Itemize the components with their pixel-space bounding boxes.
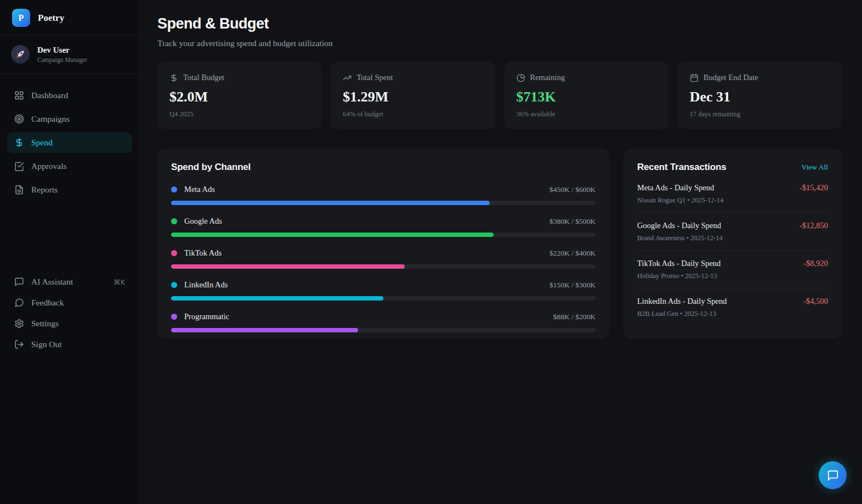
stat-value: $713K — [517, 89, 656, 105]
stat-card-budget-end-date: Budget End Date Dec 31 17 days remaining — [678, 62, 842, 129]
dollar-sign-icon — [169, 73, 178, 82]
channel-row-tiktok-ads: TikTok Ads $220K / $400K — [171, 248, 596, 269]
file-text-icon — [14, 185, 24, 195]
transaction-amount: -$4,500 — [803, 297, 828, 306]
avatar — [11, 45, 30, 64]
progress-fill — [171, 328, 358, 332]
stat-label: Total Spent — [356, 73, 393, 82]
stat-subtext: 64% of budget — [343, 110, 483, 118]
channel-color-dot — [171, 218, 177, 224]
log-out-icon — [14, 339, 24, 349]
sidebar-item-sign-out[interactable]: Sign Out — [7, 335, 132, 354]
transaction-row: Meta Ads - Daily Spend -$15,420 Nissan R… — [637, 175, 828, 213]
transaction-title: TikTok Ads - Daily Spend — [637, 259, 721, 268]
sidebar-bottom-nav: AI Assistant ⌘K Feedback Settings Si — [0, 273, 139, 496]
sidebar-item-label: Spend — [31, 138, 53, 148]
sidebar-item-label: Campaigns — [31, 114, 70, 124]
progress-track — [171, 264, 596, 269]
stat-subtext: 36% available — [517, 110, 656, 118]
channel-color-dot — [171, 314, 177, 320]
transaction-title: Google Ads - Daily Spend — [637, 221, 721, 230]
page-title: Spend & Budget — [157, 15, 842, 32]
transaction-meta: B2B Lead Gen • 2025-12-13 — [637, 310, 828, 318]
sidebar-item-ai-assistant[interactable]: AI Assistant ⌘K — [7, 273, 132, 291]
channel-amounts: $380K / $500K — [549, 217, 596, 226]
progress-fill — [171, 201, 490, 205]
sidebar-item-approvals[interactable]: Approvals — [7, 156, 132, 177]
sidebar-item-label: AI Assistant — [31, 277, 73, 287]
channel-amounts: $450K / $600K — [549, 185, 596, 194]
sidebar-item-label: Approvals — [31, 161, 67, 171]
user-profile: Dev User Campaign Manager — [0, 36, 139, 74]
view-all-link[interactable]: View All — [802, 163, 828, 172]
sidebar-item-dashboard[interactable]: Dashboard — [7, 85, 132, 106]
stat-value: Dec 31 — [690, 89, 830, 105]
channel-color-dot — [171, 186, 177, 192]
progress-track — [171, 296, 596, 301]
channel-name: Meta Ads — [184, 185, 215, 194]
recent-transactions-panel: Recent Transactions View All Meta Ads - … — [623, 149, 842, 338]
progress-track — [171, 328, 596, 332]
transaction-title: LinkedIn Ads - Daily Spend — [637, 297, 727, 306]
app-name: Poetry — [38, 13, 64, 24]
page-subtitle: Track your advertising spend and budget … — [157, 38, 842, 48]
channel-name: Programmatic — [184, 312, 229, 321]
sidebar-item-reports[interactable]: Reports — [7, 179, 132, 200]
spend-by-channel-panel: Spend by Channel Meta Ads $450K / $600K — [157, 149, 609, 338]
pie-chart-icon — [517, 73, 525, 82]
user-role: Campaign Manager — [37, 56, 87, 63]
transaction-meta: Brand Awareness • 2025-12-14 — [637, 234, 828, 242]
transaction-amount: -$15,420 — [799, 183, 828, 192]
progress-track — [171, 233, 596, 237]
stat-card-remaining: Remaining $713K 36% available — [504, 62, 668, 129]
channel-name: Google Ads — [184, 217, 222, 226]
chat-fab-button[interactable] — [819, 461, 847, 489]
stat-value: $2.0M — [169, 89, 309, 105]
sidebar-item-settings[interactable]: Settings — [7, 314, 132, 333]
message-square-icon — [14, 277, 24, 287]
transaction-meta: Holiday Promo • 2025-12-13 — [637, 272, 828, 280]
user-name: Dev User — [37, 46, 87, 55]
progress-fill — [171, 296, 383, 301]
check-square-icon — [14, 161, 24, 171]
transaction-title: Meta Ads - Daily Spend — [637, 183, 714, 192]
sidebar-item-label: Dashboard — [31, 90, 68, 100]
stat-value: $1.29M — [343, 89, 483, 105]
progress-fill — [171, 233, 494, 237]
brand: P Poetry — [0, 0, 139, 36]
stat-subtext: Q4 2025 — [169, 110, 309, 118]
transaction-amount: -$8,920 — [803, 259, 828, 268]
sidebar-nav: Dashboard Campaigns Spend Approvals Repo — [0, 74, 139, 496]
chat-bubble-icon — [827, 469, 839, 482]
main-content: Spend & Budget Track your advertising sp… — [140, 0, 862, 504]
stat-label: Remaining — [530, 73, 565, 82]
rocket-icon — [14, 48, 26, 60]
progress-track — [171, 201, 596, 205]
progress-fill — [171, 264, 405, 269]
channel-color-dot — [171, 250, 177, 256]
poetry-logo-letter: P — [19, 13, 24, 23]
message-circle-icon — [14, 298, 24, 308]
trending-up-icon — [343, 73, 351, 82]
sidebar-item-label: Reports — [31, 185, 58, 195]
stat-subtext: 17 days remaining — [690, 110, 830, 118]
target-icon — [14, 114, 24, 124]
sidebar-item-feedback[interactable]: Feedback — [7, 293, 132, 312]
transaction-amount: -$12,850 — [799, 221, 828, 230]
channel-row-meta-ads: Meta Ads $450K / $600K — [171, 185, 596, 205]
sidebar: P Poetry Dev User Campaign Manager — [0, 0, 140, 504]
spend-by-channel-title: Spend by Channel — [171, 162, 596, 173]
transaction-row: TikTok Ads - Daily Spend -$8,920 Holiday… — [637, 251, 828, 288]
channel-row-google-ads: Google Ads $380K / $500K — [171, 217, 596, 237]
sidebar-item-spend[interactable]: Spend — [7, 132, 132, 153]
transaction-row: LinkedIn Ads - Daily Spend -$4,500 B2B L… — [637, 288, 828, 326]
stat-label: Budget End Date — [704, 73, 758, 82]
channel-amounts: $150K / $300K — [549, 281, 596, 290]
channel-color-dot — [171, 282, 177, 288]
stat-label: Total Budget — [183, 73, 224, 82]
calendar-icon — [690, 73, 699, 82]
sidebar-item-campaigns[interactable]: Campaigns — [7, 109, 132, 129]
channel-name: LinkedIn Ads — [184, 280, 228, 290]
sidebar-item-label: Feedback — [31, 298, 64, 308]
layout-grid-icon — [14, 90, 24, 100]
